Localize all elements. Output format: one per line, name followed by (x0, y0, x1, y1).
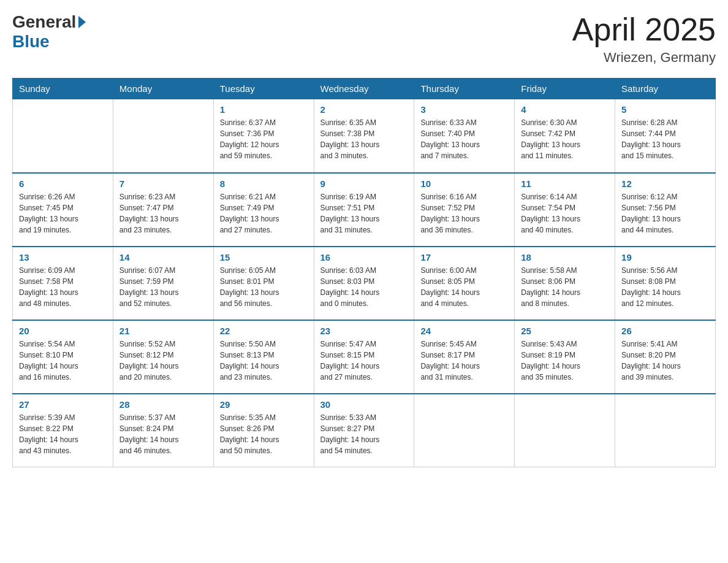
day-info: Sunrise: 6:12 AM Sunset: 7:56 PM Dayligh… (621, 191, 709, 236)
col-header-sunday: Sunday (13, 79, 113, 99)
day-info: Sunrise: 6:30 AM Sunset: 7:42 PM Dayligh… (521, 117, 609, 161)
day-info: Sunrise: 5:56 AM Sunset: 8:08 PM Dayligh… (621, 265, 709, 309)
day-info: Sunrise: 6:23 AM Sunset: 7:47 PM Dayligh… (119, 191, 207, 236)
day-info: Sunrise: 6:16 AM Sunset: 7:52 PM Dayligh… (420, 191, 508, 236)
day-info: Sunrise: 6:26 AM Sunset: 7:45 PM Dayligh… (19, 191, 107, 236)
calendar-cell: 7Sunrise: 6:23 AM Sunset: 7:47 PM Daylig… (113, 173, 213, 247)
calendar-cell (113, 99, 213, 173)
day-info: Sunrise: 6:37 AM Sunset: 7:36 PM Dayligh… (220, 117, 308, 161)
calendar-cell: 19Sunrise: 5:56 AM Sunset: 8:08 PM Dayli… (615, 247, 716, 320)
day-info: Sunrise: 6:19 AM Sunset: 7:51 PM Dayligh… (320, 191, 408, 236)
day-number: 29 (220, 399, 308, 410)
day-number: 17 (420, 252, 508, 262)
calendar-cell: 2Sunrise: 6:35 AM Sunset: 7:38 PM Daylig… (314, 99, 414, 173)
day-info: Sunrise: 6:35 AM Sunset: 7:38 PM Dayligh… (320, 117, 408, 161)
month-title: April 2025 (572, 12, 716, 47)
calendar-cell (414, 394, 515, 467)
day-info: Sunrise: 6:03 AM Sunset: 8:03 PM Dayligh… (320, 265, 408, 309)
day-number: 24 (420, 326, 508, 336)
calendar-cell: 30Sunrise: 5:33 AM Sunset: 8:27 PM Dayli… (314, 394, 414, 467)
calendar-week-1: 1Sunrise: 6:37 AM Sunset: 7:36 PM Daylig… (13, 99, 716, 173)
day-info: Sunrise: 5:47 AM Sunset: 8:15 PM Dayligh… (320, 339, 408, 383)
calendar-cell: 20Sunrise: 5:54 AM Sunset: 8:10 PM Dayli… (13, 320, 113, 394)
col-header-tuesday: Tuesday (213, 79, 314, 99)
day-number: 15 (220, 252, 308, 262)
day-number: 6 (19, 178, 107, 189)
day-number: 22 (220, 326, 308, 336)
day-number: 19 (621, 252, 709, 262)
calendar-week-2: 6Sunrise: 6:26 AM Sunset: 7:45 PM Daylig… (13, 173, 716, 247)
calendar-cell: 12Sunrise: 6:12 AM Sunset: 7:56 PM Dayli… (615, 173, 716, 247)
day-info: Sunrise: 5:50 AM Sunset: 8:13 PM Dayligh… (220, 339, 308, 383)
day-info: Sunrise: 6:09 AM Sunset: 7:58 PM Dayligh… (19, 265, 107, 309)
day-number: 12 (621, 178, 709, 189)
calendar-cell: 25Sunrise: 5:43 AM Sunset: 8:19 PM Dayli… (515, 320, 615, 394)
logo-arrow-icon (78, 16, 86, 28)
day-number: 25 (521, 326, 609, 336)
calendar-cell: 11Sunrise: 6:14 AM Sunset: 7:54 PM Dayli… (515, 173, 615, 247)
calendar-cell (13, 99, 113, 173)
day-number: 20 (19, 326, 107, 336)
day-number: 2 (320, 104, 408, 115)
day-number: 14 (119, 252, 207, 262)
day-number: 16 (320, 252, 408, 262)
day-info: Sunrise: 6:28 AM Sunset: 7:44 PM Dayligh… (621, 117, 709, 161)
day-info: Sunrise: 5:35 AM Sunset: 8:26 PM Dayligh… (220, 412, 308, 456)
calendar-cell: 21Sunrise: 5:52 AM Sunset: 8:12 PM Dayli… (113, 320, 213, 394)
calendar-cell: 4Sunrise: 6:30 AM Sunset: 7:42 PM Daylig… (515, 99, 615, 173)
day-number: 9 (320, 178, 408, 189)
calendar-cell: 13Sunrise: 6:09 AM Sunset: 7:58 PM Dayli… (13, 247, 113, 320)
calendar-cell: 1Sunrise: 6:37 AM Sunset: 7:36 PM Daylig… (213, 99, 314, 173)
calendar-week-5: 27Sunrise: 5:39 AM Sunset: 8:22 PM Dayli… (13, 394, 716, 467)
calendar-cell: 9Sunrise: 6:19 AM Sunset: 7:51 PM Daylig… (314, 173, 414, 247)
day-info: Sunrise: 5:52 AM Sunset: 8:12 PM Dayligh… (119, 339, 207, 383)
calendar-cell: 29Sunrise: 5:35 AM Sunset: 8:26 PM Dayli… (213, 394, 314, 467)
day-info: Sunrise: 5:41 AM Sunset: 8:20 PM Dayligh… (621, 339, 709, 383)
day-info: Sunrise: 5:54 AM Sunset: 8:10 PM Dayligh… (19, 339, 107, 383)
calendar-cell: 26Sunrise: 5:41 AM Sunset: 8:20 PM Dayli… (615, 320, 716, 394)
day-info: Sunrise: 6:00 AM Sunset: 8:05 PM Dayligh… (420, 265, 508, 309)
logo-blue-text: Blue (12, 32, 50, 52)
col-header-thursday: Thursday (414, 79, 515, 99)
day-number: 8 (220, 178, 308, 189)
day-info: Sunrise: 6:21 AM Sunset: 7:49 PM Dayligh… (220, 191, 308, 236)
day-info: Sunrise: 6:05 AM Sunset: 8:01 PM Dayligh… (220, 265, 308, 309)
calendar-week-3: 13Sunrise: 6:09 AM Sunset: 7:58 PM Dayli… (13, 247, 716, 320)
day-info: Sunrise: 5:45 AM Sunset: 8:17 PM Dayligh… (420, 339, 508, 383)
col-header-wednesday: Wednesday (314, 79, 414, 99)
day-number: 13 (19, 252, 107, 262)
day-number: 4 (521, 104, 609, 115)
calendar-cell (615, 394, 716, 467)
day-number: 11 (521, 178, 609, 189)
title-block: April 2025 Wriezen, Germany (572, 12, 716, 66)
day-number: 18 (521, 252, 609, 262)
day-info: Sunrise: 6:07 AM Sunset: 7:59 PM Dayligh… (119, 265, 207, 309)
calendar-table: SundayMondayTuesdayWednesdayThursdayFrid… (12, 78, 716, 467)
col-header-friday: Friday (515, 79, 615, 99)
col-header-saturday: Saturday (615, 79, 716, 99)
day-number: 28 (119, 399, 207, 410)
calendar-cell: 16Sunrise: 6:03 AM Sunset: 8:03 PM Dayli… (314, 247, 414, 320)
day-number: 23 (320, 326, 408, 336)
day-number: 26 (621, 326, 709, 336)
day-info: Sunrise: 5:39 AM Sunset: 8:22 PM Dayligh… (19, 412, 107, 456)
calendar-cell: 14Sunrise: 6:07 AM Sunset: 7:59 PM Dayli… (113, 247, 213, 320)
day-number: 5 (621, 104, 709, 115)
logo-general-text: General (12, 12, 76, 32)
calendar-cell: 17Sunrise: 6:00 AM Sunset: 8:05 PM Dayli… (414, 247, 515, 320)
calendar-cell: 18Sunrise: 5:58 AM Sunset: 8:06 PM Dayli… (515, 247, 615, 320)
day-number: 30 (320, 399, 408, 410)
day-number: 3 (420, 104, 508, 115)
calendar-cell: 24Sunrise: 5:45 AM Sunset: 8:17 PM Dayli… (414, 320, 515, 394)
calendar-cell: 3Sunrise: 6:33 AM Sunset: 7:40 PM Daylig… (414, 99, 515, 173)
calendar-cell: 28Sunrise: 5:37 AM Sunset: 8:24 PM Dayli… (113, 394, 213, 467)
header-row: SundayMondayTuesdayWednesdayThursdayFrid… (13, 79, 716, 99)
logo: General Blue (12, 12, 86, 52)
day-info: Sunrise: 6:33 AM Sunset: 7:40 PM Dayligh… (420, 117, 508, 161)
calendar-cell: 15Sunrise: 6:05 AM Sunset: 8:01 PM Dayli… (213, 247, 314, 320)
calendar-cell (515, 394, 615, 467)
day-number: 21 (119, 326, 207, 336)
day-info: Sunrise: 5:33 AM Sunset: 8:27 PM Dayligh… (320, 412, 408, 456)
day-info: Sunrise: 6:14 AM Sunset: 7:54 PM Dayligh… (521, 191, 609, 236)
day-number: 7 (119, 178, 207, 189)
